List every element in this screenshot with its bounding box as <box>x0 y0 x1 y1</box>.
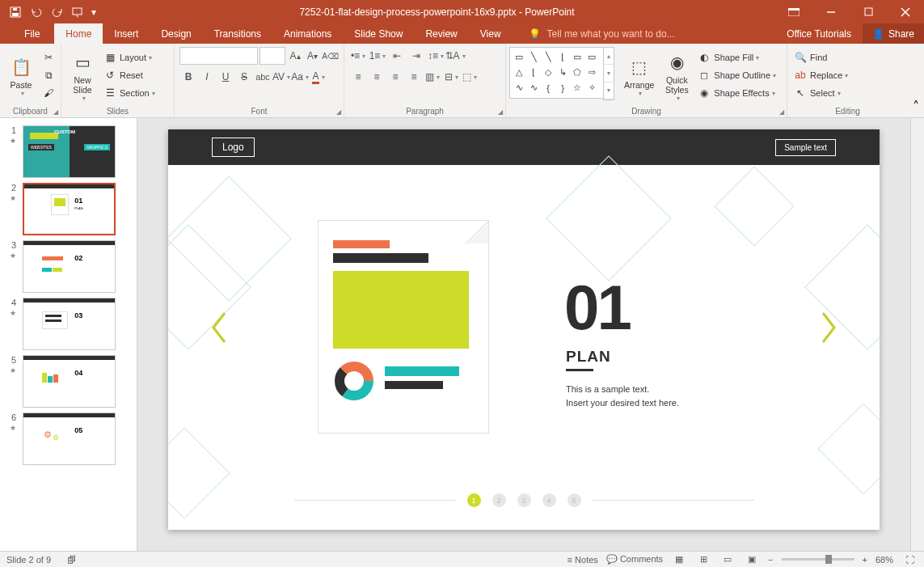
start-from-beginning-icon[interactable] <box>68 0 89 23</box>
zoom-in-button[interactable]: + <box>863 555 867 565</box>
tell-me-search[interactable]: 💡Tell me what you want to do... <box>513 28 691 40</box>
thumbnail-1[interactable]: WEBSITESGRAPHICSCUSTOM <box>23 125 116 178</box>
font-size-select[interactable] <box>259 47 285 65</box>
select-button[interactable]: ↖Select <box>791 84 851 102</box>
char-spacing-button[interactable]: AV <box>272 68 290 86</box>
align-right-button[interactable]: ≡ <box>386 68 404 86</box>
shadow-button[interactable]: abc <box>254 68 272 86</box>
paste-button[interactable]: 📋Paste <box>3 47 39 104</box>
prev-arrow[interactable] <box>210 311 228 344</box>
columns-button[interactable]: ▥ <box>424 68 441 86</box>
shapes-gallery[interactable]: ▭╲╲⌊▭▭ △⌊◇↳⬠⇨ ∿∿{}☆✧ ▴▾▾ <box>509 47 614 99</box>
shape-effects-button[interactable]: ◉Shape Effects <box>694 84 779 102</box>
tab-design[interactable]: Design <box>150 23 202 44</box>
minimize-icon[interactable] <box>812 0 850 23</box>
align-left-button[interactable]: ≡ <box>349 68 367 86</box>
thumbnail-4[interactable]: 03 <box>23 298 116 350</box>
align-center-button[interactable]: ≡ <box>368 68 386 86</box>
layout-button[interactable]: ▦Layout <box>100 49 158 66</box>
ribbon-display-icon[interactable] <box>775 0 812 23</box>
quick-styles-button[interactable]: ◉Quick Styles <box>659 47 694 104</box>
zoom-out-button[interactable]: − <box>768 555 773 565</box>
replace-button[interactable]: abReplace <box>791 66 851 84</box>
dialog-launcher-icon[interactable]: ◢ <box>336 108 341 116</box>
reset-button[interactable]: ↺Reset <box>100 66 158 84</box>
slide-sorter-button[interactable]: ⊞ <box>695 552 711 567</box>
arrange-button[interactable]: ⬚Arrange <box>619 47 659 104</box>
dialog-launcher-icon[interactable]: ◢ <box>53 108 58 116</box>
text-direction-button[interactable]: ⇅A <box>446 47 464 65</box>
next-arrow[interactable] <box>820 311 838 344</box>
share-button[interactable]: 👤Share <box>863 23 924 44</box>
tab-insert[interactable]: Insert <box>103 23 150 44</box>
maximize-icon[interactable] <box>850 0 887 23</box>
normal-view-button[interactable]: ▦ <box>671 552 687 567</box>
copy-button[interactable]: ⧉ <box>39 66 61 84</box>
redo-icon[interactable] <box>47 0 68 23</box>
tab-home[interactable]: Home <box>54 23 103 44</box>
underline-button[interactable]: U <box>217 68 234 86</box>
pager-dot-2[interactable]: 2 <box>492 493 506 507</box>
thumbnail-2[interactable]: 01PLAN <box>23 183 116 235</box>
justify-button[interactable]: ≡ <box>405 68 423 86</box>
logo-placeholder[interactable]: Logo <box>212 138 255 157</box>
dialog-launcher-icon[interactable]: ◢ <box>498 108 503 116</box>
strikethrough-button[interactable]: S <box>235 68 253 86</box>
office-tutorials-link[interactable]: Office Tutorials <box>775 23 863 44</box>
pager-dot-5[interactable]: 5 <box>567 493 581 507</box>
undo-icon[interactable] <box>26 0 47 23</box>
italic-button[interactable]: I <box>198 68 216 86</box>
document-illustration[interactable] <box>318 220 489 434</box>
close-icon[interactable] <box>887 0 924 23</box>
zoom-slider[interactable] <box>782 558 854 561</box>
notes-button[interactable]: ≡ Notes <box>567 555 598 565</box>
section-button[interactable]: ☰Section <box>100 84 158 102</box>
tab-slideshow[interactable]: Slide Show <box>343 23 414 44</box>
bold-button[interactable]: B <box>179 68 197 86</box>
new-slide-button[interactable]: ▭New Slide <box>65 47 100 104</box>
slideshow-view-button[interactable]: ▣ <box>744 552 760 567</box>
slide[interactable]: Logo Sample text <box>168 129 880 530</box>
font-family-select[interactable] <box>179 47 258 65</box>
fit-to-window-button[interactable]: ⛶ <box>901 552 918 567</box>
decrease-indent-button[interactable]: ⇤ <box>388 47 406 65</box>
tab-file[interactable]: File <box>16 23 54 44</box>
reading-view-button[interactable]: ▭ <box>719 552 736 567</box>
pager-dot-3[interactable]: 3 <box>517 493 531 507</box>
save-icon[interactable] <box>5 0 26 23</box>
dialog-launcher-icon[interactable]: ◢ <box>779 108 784 116</box>
step-description[interactable]: This is a sample text.Insert your desire… <box>566 383 679 410</box>
format-painter-button[interactable]: 🖌 <box>39 84 61 102</box>
clear-formatting-button[interactable]: A⌫ <box>322 47 339 65</box>
smartart-button[interactable]: ⬚ <box>461 68 479 86</box>
step-number[interactable]: 01 <box>564 271 630 345</box>
shape-fill-button[interactable]: ◐Shape Fill <box>694 49 779 66</box>
vertical-scrollbar[interactable] <box>910 118 924 551</box>
thumbnail-5[interactable]: 04 <box>23 355 116 408</box>
slide-counter[interactable]: Slide 2 of 9 <box>6 555 51 565</box>
cut-button[interactable]: ✂ <box>39 49 61 66</box>
comments-button[interactable]: 💬 Comments <box>606 554 663 565</box>
thumbnail-6[interactable]: ⚙⚙05 <box>23 413 116 465</box>
tab-animations[interactable]: Animations <box>272 23 343 44</box>
numbering-button[interactable]: 1≡ <box>369 47 386 65</box>
thumbnail-3[interactable]: 02 <box>23 240 116 293</box>
increase-indent-button[interactable]: ⇥ <box>407 47 425 65</box>
pager-dot-4[interactable]: 4 <box>542 493 556 507</box>
tab-review[interactable]: Review <box>414 23 468 44</box>
tab-transitions[interactable]: Transitions <box>203 23 272 44</box>
tab-view[interactable]: View <box>469 23 513 44</box>
shape-outline-button[interactable]: ◻Shape Outline <box>694 66 779 84</box>
zoom-level[interactable]: 68% <box>875 555 893 565</box>
slide-canvas-area[interactable]: Logo Sample text <box>137 118 910 551</box>
bullets-button[interactable]: •≡ <box>349 47 367 65</box>
gallery-scroll[interactable]: ▴▾▾ <box>603 47 614 100</box>
step-title[interactable]: PLAN <box>566 348 611 366</box>
find-button[interactable]: 🔍Find <box>791 49 851 66</box>
collapse-ribbon-icon[interactable]: ˄ <box>908 44 924 117</box>
line-spacing-button[interactable]: ↕≡ <box>427 47 445 65</box>
shrink-font-button[interactable]: A▾ <box>305 47 321 65</box>
pager-dot-1[interactable]: 1 <box>467 493 481 507</box>
font-color-button[interactable]: A <box>310 68 327 86</box>
grow-font-button[interactable]: A▴ <box>287 47 303 65</box>
